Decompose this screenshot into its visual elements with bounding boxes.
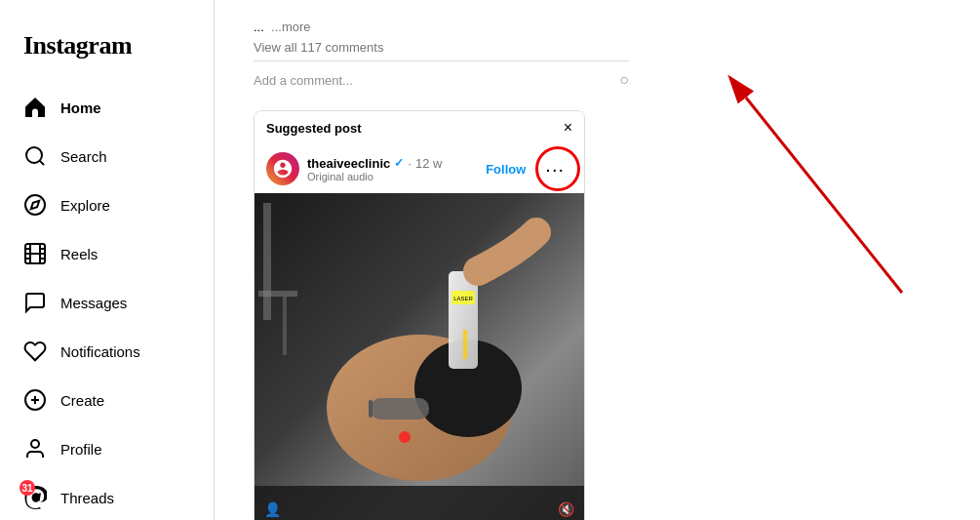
mute-icon: 🔇 [558, 501, 574, 517]
main-content: ... ...more View all 117 comments ○ Sugg… [215, 0, 668, 520]
suggested-label: Suggested post [266, 121, 362, 136]
svg-line-1 [40, 161, 44, 165]
sidebar: Instagram Home Search Explore Reels Mess… [0, 0, 215, 520]
search-icon [23, 144, 47, 168]
sidebar-item-explore[interactable]: Explore [12, 181, 202, 228]
sidebar-item-explore-label: Explore [60, 197, 110, 214]
post-area: ... ...more View all 117 comments ○ Sugg… [254, 20, 629, 520]
sidebar-item-create[interactable]: Create [12, 377, 202, 423]
sidebar-item-threads[interactable]: 31 Threads [12, 474, 202, 520]
messages-icon [23, 291, 47, 314]
svg-rect-23 [369, 400, 372, 418]
sidebar-item-search-label: Search [60, 148, 107, 165]
sidebar-item-notifications-label: Notifications [60, 343, 140, 360]
more-options-button[interactable]: ··· [537, 154, 572, 184]
sidebar-item-profile[interactable]: Profile [12, 425, 202, 472]
explore-icon [23, 193, 47, 217]
time-separator: · [408, 156, 412, 171]
svg-point-28 [399, 431, 411, 443]
close-suggested-button[interactable]: × [564, 119, 572, 137]
post-user-info: theaiveeclinic ✓ · 12 w Original audio [307, 156, 478, 182]
time-ago: 12 w [415, 156, 442, 171]
arrow-annotation [687, 20, 960, 312]
svg-marker-3 [31, 201, 39, 209]
svg-point-0 [26, 147, 42, 163]
svg-rect-19 [283, 297, 287, 355]
svg-point-15 [31, 440, 39, 448]
more-text[interactable]: ...more [271, 20, 310, 34]
profile-icon [23, 437, 47, 460]
sidebar-item-search[interactable]: Search [12, 133, 202, 180]
post-audio: Original audio [307, 171, 478, 182]
add-comment-bar: ○ [254, 60, 629, 99]
person-icon: 👤 [264, 501, 281, 517]
emoji-button[interactable]: ○ [619, 71, 629, 89]
follow-button[interactable]: Follow [486, 162, 526, 177]
sidebar-item-home-label: Home [60, 100, 101, 116]
svg-rect-18 [258, 291, 297, 297]
view-all-comments[interactable]: View all 117 comments [254, 40, 629, 55]
right-panel [668, 0, 980, 520]
threads-icon: 31 [23, 486, 47, 509]
post-image-background: LASER 👤 🔇 [255, 193, 584, 520]
reels-icon [23, 242, 47, 265]
svg-line-30 [746, 98, 902, 293]
verified-badge: ✓ [394, 156, 404, 170]
create-icon [23, 388, 47, 412]
svg-rect-25 [463, 330, 467, 359]
post-username: theaiveeclinic ✓ · 12 w [307, 156, 478, 171]
sidebar-item-profile-label: Profile [60, 441, 102, 458]
svg-text:LASER: LASER [453, 296, 473, 301]
sidebar-item-home[interactable]: Home [12, 84, 202, 131]
sidebar-item-messages[interactable]: Messages [12, 279, 202, 326]
post-user-header: theaiveeclinic ✓ · 12 w Original audio F… [255, 144, 584, 193]
post-image: LASER 👤 🔇 [255, 193, 584, 520]
suggested-post-card: Suggested post × theaiveeclinic ✓ · 12 w… [254, 110, 585, 520]
sidebar-item-threads-label: Threads [60, 490, 114, 506]
sidebar-item-notifications[interactable]: Notifications [12, 328, 202, 375]
post-image-svg: LASER [255, 193, 584, 520]
post-image-bottom-bar: 👤 🔇 [255, 494, 584, 520]
username-text[interactable]: theaiveeclinic [307, 156, 390, 171]
svg-rect-17 [263, 203, 271, 320]
home-icon [23, 96, 47, 119]
svg-point-2 [25, 195, 45, 215]
comments-truncated: ... ...more [254, 20, 629, 34]
notifications-icon [23, 340, 47, 363]
sidebar-item-messages-label: Messages [60, 295, 127, 311]
truncated-text: ... [254, 20, 267, 34]
comment-input[interactable] [254, 73, 619, 88]
suggested-post-header: Suggested post × [255, 111, 584, 144]
sidebar-item-create-label: Create [60, 392, 104, 409]
sidebar-item-reels[interactable]: Reels [12, 230, 202, 277]
sidebar-item-reels-label: Reels [60, 246, 98, 262]
avatar [266, 152, 299, 185]
svg-rect-22 [371, 398, 429, 420]
more-options-wrapper: ··· [537, 154, 572, 184]
threads-badge: 31 [20, 480, 35, 496]
instagram-logo: Instagram [12, 16, 202, 84]
